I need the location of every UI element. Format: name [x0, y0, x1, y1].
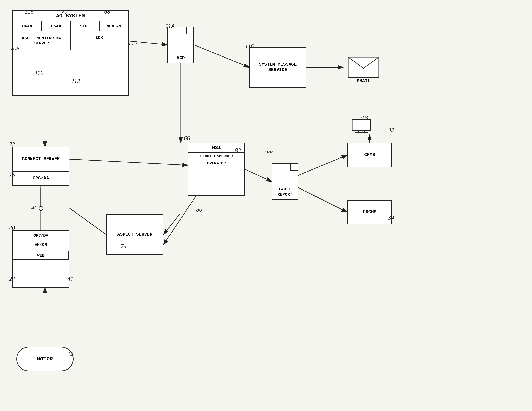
sdk-cell: SDK	[71, 31, 128, 50]
fault-report-box: FAULT REPORT	[272, 163, 298, 200]
hsi-operator: OPERATOR	[189, 160, 245, 167]
ref-24: 24	[9, 275, 15, 282]
motor-box: MOTOR	[16, 347, 74, 371]
esam-cell: ESAM	[42, 21, 71, 31]
ref-11a: 11A	[165, 22, 175, 29]
ref-34: 34	[388, 214, 394, 221]
ref-76: 76	[9, 171, 15, 178]
ref-66: 66	[184, 135, 190, 142]
connect-server-box: CONNECT SERVER	[12, 147, 69, 171]
ref-80: 80	[196, 206, 202, 213]
ref-46: 46	[31, 204, 38, 211]
fault-report-label: FAULT REPORT	[272, 187, 298, 197]
diagram: AO SYSTEM HXAM ESAM STD. NEW AM ASSET MO…	[0, 0, 532, 411]
device-web: WEB	[13, 251, 69, 260]
svg-line-14	[163, 214, 180, 235]
cmms-label: CMMS	[364, 152, 375, 158]
svg-line-9	[245, 169, 272, 182]
ref-14: 14	[67, 351, 74, 358]
sms-label: SYSTEM MESSAGE SERVICE	[250, 62, 306, 73]
newam-cell: NEW AM	[100, 21, 128, 31]
email-icon: EMAIL	[347, 53, 380, 84]
ref-108: 108	[10, 45, 19, 52]
ref-82: 82	[235, 147, 241, 154]
cmms-box: CMMS	[347, 143, 392, 167]
device-box: OPC/DA AM/CM WEB	[12, 230, 69, 288]
svg-line-10	[298, 155, 347, 175]
opc-da-top-label: OPC/DA	[33, 176, 49, 181]
hxam-cell: HXAM	[13, 21, 42, 31]
ref-126: 126	[25, 8, 34, 15]
ref-32: 32	[388, 127, 394, 133]
svg-line-3	[69, 159, 188, 165]
fault-corner	[290, 164, 298, 171]
svg-rect-20	[358, 130, 365, 133]
ref-112: 112	[71, 78, 80, 84]
ref-188: 188	[264, 149, 273, 156]
ref-204: 204	[360, 114, 369, 121]
svg-line-17	[163, 196, 196, 245]
ao-system-box: AO SYSTEM HXAM ESAM STD. NEW AM ASSET MO…	[12, 10, 129, 96]
aspect-server-label: ASPECT SERVER	[117, 232, 152, 237]
fdcms-label: FDCMS	[363, 210, 376, 215]
svg-line-7	[194, 45, 249, 67]
fdcms-box: FDCMS	[347, 200, 392, 224]
ref-70: 70	[61, 8, 67, 15]
svg-line-15	[69, 208, 106, 235]
ref-41: 41	[67, 275, 74, 282]
ref-172: 172	[128, 40, 137, 47]
ams-cell: ASSET MONITORING SERVER	[13, 31, 71, 50]
svg-line-11	[298, 188, 347, 212]
ref-72: 72	[9, 141, 15, 148]
opc-junction-circle	[38, 206, 44, 211]
ref-74: 74	[121, 243, 127, 250]
ao-bottom-row: ASSET MONITORING SERVER SDK	[13, 31, 128, 50]
device-am-cm: AM/CM	[13, 240, 69, 249]
acd-label: ACD	[177, 55, 185, 61]
ref-68: 68	[104, 8, 110, 15]
ao-cells-row: HXAM ESAM STD. NEW AM	[13, 21, 128, 31]
ref-116: 116	[245, 43, 254, 50]
motor-label: MOTOR	[37, 356, 53, 362]
opc-da-top-box: OPC/DA	[12, 171, 69, 186]
device-opc-da: OPC/DA	[13, 231, 69, 240]
acd-box: ACD	[167, 27, 194, 63]
connect-server-label: CONNECT SERVER	[22, 156, 60, 162]
aspect-server-box: ASPECT SERVER	[106, 214, 163, 255]
ref-110: 110	[35, 69, 44, 76]
sms-box: SYSTEM MESSAGE SERVICE	[249, 47, 306, 88]
ref-40: 40	[9, 224, 15, 231]
std-cell: STD.	[71, 21, 100, 31]
acd-corner	[186, 27, 193, 34]
